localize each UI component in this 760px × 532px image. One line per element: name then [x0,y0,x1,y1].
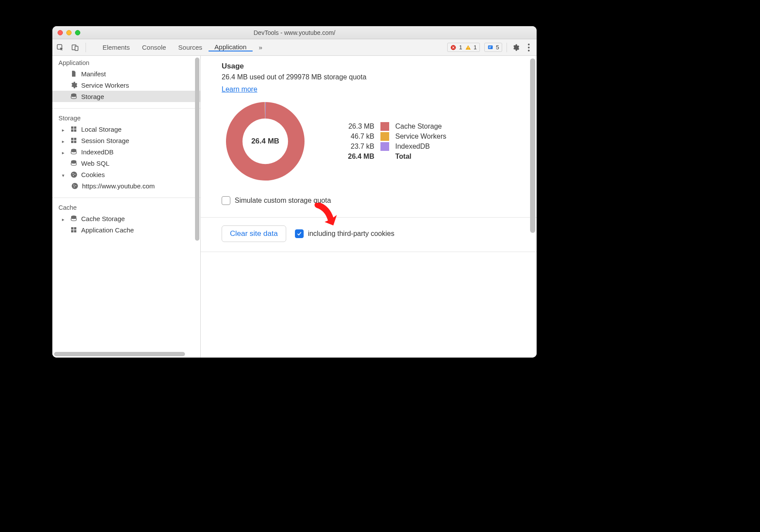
database-icon [70,92,78,100]
legend-name: Cache Storage [395,123,442,130]
sidebar-item-storage[interactable]: Storage [52,91,200,102]
legend-value: 26.4 MB [335,153,374,160]
gear-icon [70,81,78,89]
svg-rect-13 [71,126,73,129]
grid-icon [70,226,78,234]
svg-point-10 [528,47,530,48]
sidebar-item-cache-storage[interactable]: Cache Storage [52,213,200,224]
sidebar-section-heading: Cache [52,201,200,213]
divider [86,43,86,52]
third-party-cookies-label: including third-party cookies [308,230,394,238]
svg-rect-7 [489,46,491,47]
kebab-menu-icon[interactable] [524,44,533,51]
svg-rect-34 [71,230,73,232]
simulate-quota-checkbox[interactable]: Simulate custom storage quota [222,196,521,205]
sidebar-scrollbar[interactable] [195,58,199,356]
svg-rect-15 [71,130,73,132]
svg-rect-2 [75,46,78,51]
document-icon [70,70,78,78]
issues-count: 5 [496,44,499,51]
error-icon [450,44,456,51]
database-icon [70,159,78,167]
main-scrollbar[interactable] [530,58,535,355]
svg-point-30 [74,186,75,187]
sidebar-item-manifest[interactable]: Manifest [52,68,200,79]
divider [201,217,537,218]
devtools-body: ApplicationManifestService WorkersStorag… [52,56,537,358]
warning-icon [465,44,471,51]
sidebar-h-scrollbar[interactable] [54,352,193,356]
tab-elements[interactable]: Elements [96,43,136,51]
devtools-window: DevTools - www.youtube.com/ Elements Con… [52,26,537,358]
sidebar-section-heading: Application [52,56,200,68]
svg-rect-6 [488,45,493,49]
cookie-icon [70,171,78,178]
sidebar-item-application-cache[interactable]: Application Cache [52,224,200,235]
svg-point-23 [71,171,77,177]
console-status-pill[interactable]: 1 1 [447,43,479,52]
legend-swatch [380,132,389,141]
sidebar-item-label: Cache Storage [81,215,125,222]
tab-application[interactable]: Application [209,43,253,51]
legend-row: 23.7 kBIndexedDB [335,142,446,151]
svg-rect-8 [489,48,490,48]
expand-toggle-icon [62,215,66,222]
sidebar-content: ApplicationManifestService WorkersStorag… [52,56,200,239]
expand-toggle-icon [62,126,66,133]
svg-rect-32 [71,227,73,229]
legend-name: Service Workers [395,133,446,140]
sidebar-item-service-workers[interactable]: Service Workers [52,79,200,91]
gear-icon[interactable] [511,44,520,51]
sidebar-item-local-storage[interactable]: Local Storage [52,123,200,135]
svg-point-29 [75,185,76,186]
svg-rect-16 [74,130,76,132]
third-party-cookies-checkbox[interactable]: including third-party cookies [295,229,394,238]
sidebar-item-session-storage[interactable]: Session Storage [52,135,200,146]
svg-rect-17 [71,138,73,140]
svg-rect-18 [74,138,76,140]
inspect-element-icon[interactable] [56,44,65,51]
grid-icon [70,125,78,133]
svg-point-26 [73,175,74,176]
legend-value: 46.7 kB [335,133,374,140]
tab-sources[interactable]: Sources [172,43,209,51]
svg-rect-14 [74,126,76,129]
main-panel: Usage 26.4 MB used out of 299978 MB stor… [201,56,537,358]
devtools-toolbar: Elements Console Sources Application » 1… [52,39,537,56]
sidebar-section-heading: Storage [52,111,200,123]
sidebar-item-indexeddb[interactable]: IndexedDB [52,146,200,157]
clear-site-data-button[interactable]: Clear site data [222,225,286,242]
legend-row: 26.3 MBCache Storage [335,122,446,131]
sidebar-item-cookies[interactable]: Cookies [52,169,200,180]
svg-point-24 [72,173,73,174]
sidebar-item-label: Service Workers [81,82,129,89]
usage-legend: 26.3 MBCache Storage46.7 kBService Worke… [335,121,446,162]
annotation-arrow-icon [313,203,339,229]
legend-total: 26.4 MBTotal [335,152,446,161]
expand-toggle-icon [62,171,66,178]
sidebar-item-label: Manifest [81,70,106,78]
legend-swatch [380,122,389,131]
sidebar-item-web-sql[interactable]: Web SQL [52,157,200,169]
tabs-overflow[interactable]: » [253,43,268,51]
issues-pill[interactable]: 5 [484,43,502,52]
usage-summary: 26.4 MB used out of 299978 MB storage qu… [222,73,521,81]
tab-console[interactable]: Console [136,43,172,51]
divider [201,252,537,252]
clear-data-row: Clear site data including third-party co… [222,225,521,242]
svg-point-27 [72,183,78,189]
warning-count: 1 [474,44,477,51]
checkbox-checked-icon [295,229,304,238]
sidebar-item-https-www-youtube-com[interactable]: https://www.youtube.com [52,180,200,191]
svg-rect-20 [74,141,76,143]
database-icon [70,148,78,156]
svg-point-25 [74,174,75,174]
application-sidebar: ApplicationManifestService WorkersStorag… [52,56,201,358]
legend-name: IndexedDB [395,143,430,150]
expand-toggle-icon [62,148,66,156]
device-toggle-icon[interactable] [71,44,79,51]
learn-more-link[interactable]: Learn more [222,85,257,93]
sidebar-item-label: IndexedDB [81,148,113,156]
usage-donut-chart: 26.4 MB [222,98,309,185]
sidebar-item-label: Cookies [81,171,105,178]
